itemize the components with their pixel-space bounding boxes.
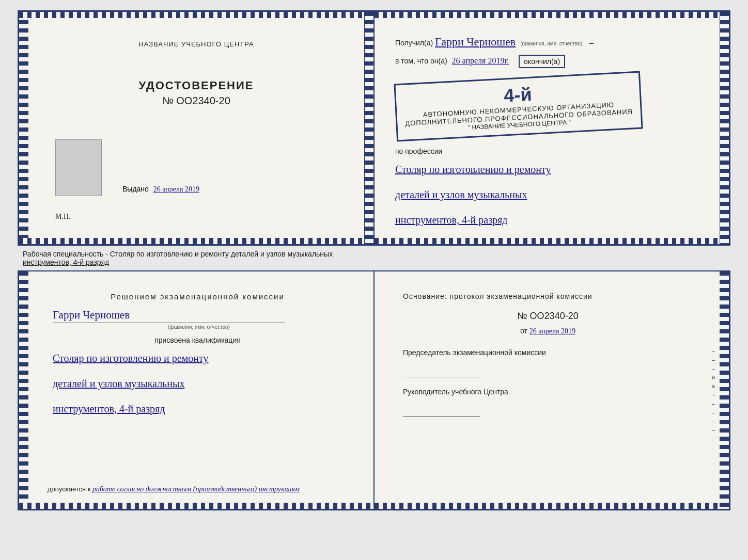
right-margin-dash-b3: – (712, 365, 718, 372)
specialty-text-block: Рабочая специальность - Столяр по изгото… (18, 246, 730, 271)
right-margin-a-b: а (712, 383, 718, 389)
prisvoyena-label: присвоена квалификация (53, 336, 342, 344)
po-professii-label: по профессии (395, 147, 693, 155)
ot-label: от (520, 327, 527, 335)
mp-label: М.П. (55, 213, 340, 221)
bottom-fio-line (53, 323, 285, 323)
bottom-decorative-strip (19, 238, 373, 244)
top-strip-right (375, 12, 729, 18)
fio-hint: (фамилия, имя, отчество) (520, 41, 582, 46)
osnovaniye-label: Основание: протокол экзаменационной коми… (403, 292, 693, 300)
bottom-left-strip (19, 271, 28, 509)
right-margin-dash-b6: – (712, 418, 718, 424)
right-margin-i-b: и (712, 374, 718, 380)
profession-line2: деталей и узлов музыкальных (395, 183, 693, 206)
vtom-label: в том, что он(а) (395, 57, 447, 65)
right-margin-dash-b1: – (712, 348, 718, 354)
recipient-name: Гарри Черношев (435, 35, 516, 48)
right-margin-dash-b4: – (712, 401, 718, 407)
director-label: Руководитель учебного Центра (403, 388, 693, 396)
right-outer-strip (720, 12, 729, 244)
ot-date-value: 26 апреля 2019 (529, 327, 575, 335)
decision-title: Решением экзаменационной комиссии (53, 292, 342, 301)
bottom-right-page: Основание: протокол экзаменационной коми… (375, 271, 729, 509)
top-left-page: НАЗВАНИЕ УЧЕБНОГО ЦЕНТРА УДОСТОВЕРЕНИЕ №… (19, 12, 375, 244)
issued-label: Выдано (122, 185, 149, 193)
ot-date-block: от 26 апреля 2019 (403, 327, 693, 335)
chairman-label: Председатель экзаменационной комиссии (403, 348, 693, 357)
photo-placeholder (55, 139, 102, 196)
bottom-left-page: Решением экзаменационной комиссии Гарри … (19, 271, 375, 509)
training-center-title: НАЗВАНИЕ УЧЕБНОГО ЦЕНТРА (123, 40, 269, 48)
chairman-signature-line (403, 367, 480, 377)
okonchil-label: окончил(а) (519, 55, 565, 68)
qualification-line2: деталей и узлов музыкальных (53, 372, 342, 395)
profession-line1: Столяр по изготовлению и ремонту (395, 158, 693, 181)
right-margin-dash-b7: – (712, 427, 718, 433)
bottom-left-bottom-strip (19, 503, 373, 509)
dopuskaetsya-block: допускается к работе согласно должностны… (48, 485, 363, 493)
bottom-person-name: Гарри Черношев (53, 309, 342, 322)
chairman-block: Председатель экзаменационной комиссии (403, 348, 693, 377)
dopuskaetsya-label: допускается к (48, 485, 90, 493)
stamp-box: 4-й АВТОНОМНУЮ НЕКОММЕРЧЕСКУЮ ОРГАНИЗАЦИ… (394, 71, 643, 142)
profession-line3: инструментов, 4-й разряд (395, 209, 693, 231)
director-block: Руководитель учебного Центра (403, 388, 693, 417)
document-container: НАЗВАНИЕ УЧЕБНОГО ЦЕНТРА УДОСТОВЕРЕНИЕ №… (18, 10, 730, 510)
certificate-label: УДОСТОВЕРЕНИЕ (123, 79, 269, 92)
dopuskaetsya-value: работе согласно должностным (производств… (92, 485, 300, 493)
qualification-line1: Столяр по изготовлению и ремонту (53, 347, 342, 370)
right-margin-dash-b5: – (712, 409, 718, 415)
top-right-page: Получил(а) Гарри Черношев (фамилия, имя,… (375, 12, 729, 244)
bottom-strip-right (375, 238, 729, 244)
specialty-line1: Рабочая специальность - Столяр по изгото… (23, 250, 725, 258)
bottom-fio-hint: (фамилия, имя, отчество) (55, 324, 342, 330)
qualification-line3: инструментов, 4-й разряд (53, 397, 342, 420)
received-label: Получил(а) (395, 39, 433, 47)
top-document: НАЗВАНИЕ УЧЕБНОГО ЦЕНТРА УДОСТОВЕРЕНИЕ №… (18, 10, 730, 246)
bottom-document: Решением экзаменационной комиссии Гарри … (18, 271, 730, 510)
bottom-right-bottom-strip (375, 503, 729, 509)
right-decorative-strip-inner (364, 12, 373, 244)
top-decorative-strip (19, 12, 373, 18)
director-signature-line (403, 406, 480, 417)
left-decorative-strip (19, 12, 28, 244)
issued-date: 26 апреля 2019 (153, 185, 199, 193)
vtom-date: 26 апреля 2019г. (452, 56, 509, 65)
right-margin-dash-b2: – (712, 357, 718, 363)
bottom-right-strip (720, 271, 729, 509)
specialty-line2: инструментов, 4-й разряд (23, 258, 109, 266)
right-margin-arrow-b: ← (712, 392, 718, 398)
protocol-number: № OO2340-20 (403, 311, 693, 322)
certificate-number: № OO2340-20 (123, 95, 269, 107)
